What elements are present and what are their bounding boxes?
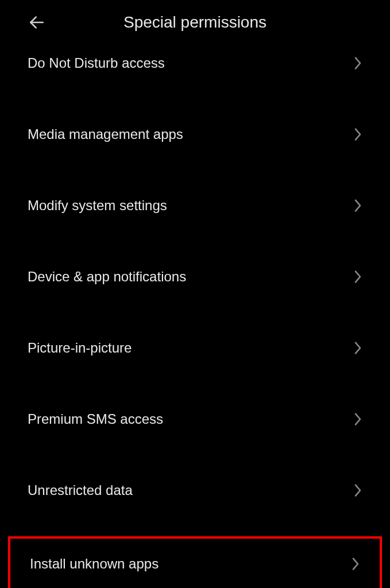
- spacer: [0, 516, 390, 536]
- back-icon[interactable]: [28, 13, 46, 32]
- item-device-notifications[interactable]: Device & app notifications: [0, 252, 390, 302]
- header: Special permissions: [0, 0, 390, 45]
- permissions-list: Do Not Disturb accessMedia management ap…: [0, 45, 390, 588]
- chevron-right-icon: [353, 198, 362, 214]
- chevron-right-icon: [353, 269, 362, 285]
- chevron-right-icon: [351, 556, 360, 572]
- spacer: [0, 160, 390, 180]
- item-premium-sms[interactable]: Premium SMS access: [0, 394, 390, 444]
- list-item-label: Premium SMS access: [28, 411, 163, 427]
- chevron-right-icon: [353, 411, 362, 427]
- spacer: [0, 444, 390, 465]
- list-item-label: Media management apps: [28, 126, 183, 142]
- page-title: Special permissions: [11, 13, 379, 32]
- item-media-management[interactable]: Media management apps: [0, 109, 390, 160]
- list-item-label: Do Not Disturb access: [28, 55, 165, 71]
- list-item-label: Modify system settings: [28, 198, 167, 214]
- chevron-right-icon: [353, 126, 362, 142]
- item-modify-system[interactable]: Modify system settings: [0, 180, 390, 231]
- list-item-label: Unrestricted data: [28, 482, 133, 498]
- chevron-right-icon: [353, 482, 362, 498]
- list-item-label: Device & app notifications: [28, 269, 186, 285]
- spacer: [0, 88, 390, 109]
- item-picture-in-picture[interactable]: Picture-in-picture: [0, 323, 390, 373]
- item-unrestricted-data[interactable]: Unrestricted data: [0, 465, 390, 516]
- spacer: [0, 373, 390, 394]
- list-item-label: Picture-in-picture: [28, 340, 132, 356]
- item-do-not-disturb[interactable]: Do Not Disturb access: [0, 45, 390, 88]
- spacer: [0, 231, 390, 252]
- item-install-unknown[interactable]: Install unknown apps: [8, 536, 382, 588]
- chevron-right-icon: [353, 340, 362, 356]
- chevron-right-icon: [353, 55, 362, 71]
- list-item-label: Install unknown apps: [30, 556, 159, 572]
- spacer: [0, 302, 390, 323]
